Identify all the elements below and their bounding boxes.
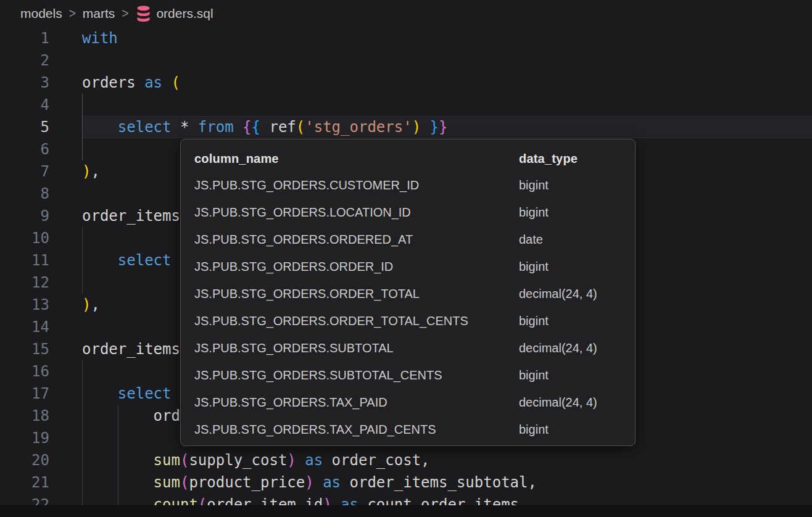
column-row[interactable]: JS.PUB.STG_ORDERS.ORDER_TOTALdecimal(24,… — [194, 280, 621, 307]
column-data-type: bigint — [519, 368, 621, 383]
column-name: JS.PUB.STG_ORDERS.CUSTOMER_ID — [194, 178, 519, 192]
indent-guide — [118, 427, 118, 449]
column-data-type: bigint — [519, 260, 621, 274]
column-data-type: date — [519, 233, 621, 247]
code-text: select — [82, 383, 172, 405]
column-name: JS.PUB.STG_ORDERS.ORDER_ID — [194, 260, 519, 274]
line-number: 15 — [0, 338, 82, 360]
code-text: ), — [82, 294, 100, 316]
code-text: ord — [82, 405, 180, 427]
column-name: JS.PUB.STG_ORDERS.TAX_PAID_CENTS — [194, 423, 519, 437]
column-data-type: bigint — [519, 314, 621, 328]
column-row[interactable]: JS.PUB.STG_ORDERS.TAX_PAIDdecimal(24, 4) — [194, 389, 621, 416]
line-number: 5 — [0, 116, 82, 138]
column-row[interactable]: JS.PUB.STG_ORDERS.TAX_PAID_CENTSbigint — [194, 416, 621, 443]
column-info-popup: column_name data_type JS.PUB.STG_ORDERS.… — [180, 139, 636, 446]
code-text: ), — [82, 160, 100, 183]
column-row[interactable]: JS.PUB.STG_ORDERS.LOCATION_IDbigint — [194, 199, 621, 226]
line-number: 13 — [0, 294, 82, 316]
code-text: select * from {{ ref('stg_orders') }} — [82, 116, 447, 138]
popup-header-row: column_name data_type — [194, 146, 621, 172]
column-row[interactable]: JS.PUB.STG_ORDERS.SUBTOTALdecimal(24, 4) — [194, 334, 621, 362]
breadcrumb-file-name[interactable]: orders.sql — [156, 6, 213, 21]
column-data-type: decimal(24, 4) — [519, 395, 621, 410]
code-line-4[interactable]: 4 — [0, 94, 812, 116]
panel-divider — [0, 505, 812, 517]
line-number: 6 — [0, 138, 82, 160]
indent-guide — [82, 360, 83, 383]
line-number: 9 — [0, 205, 82, 227]
indent-guide — [82, 94, 83, 116]
line-number: 4 — [0, 94, 82, 116]
breadcrumb-item-marts[interactable]: marts — [83, 6, 115, 21]
code-text: sum(product_price) as order_items_subtot… — [82, 471, 537, 494]
column-name: JS.PUB.STG_ORDERS.SUBTOTAL_CENTS — [194, 368, 519, 383]
column-row[interactable]: JS.PUB.STG_ORDERS.ORDERED_ATdate — [194, 226, 621, 253]
column-row[interactable]: JS.PUB.STG_ORDERS.ORDER_TOTAL_CENTSbigin… — [194, 307, 621, 334]
column-name: JS.PUB.STG_ORDERS.ORDER_TOTAL_CENTS — [194, 314, 519, 328]
code-text: orders as ( — [82, 72, 180, 94]
breadcrumb: models > marts > orders.sql — [0, 0, 812, 27]
code-text: select — [82, 249, 172, 271]
column-name: JS.PUB.STG_ORDERS.LOCATION_ID — [194, 205, 519, 220]
code-text: order_items — [82, 205, 180, 227]
line-number: 1 — [0, 27, 82, 49]
chevron-right-icon: > — [69, 6, 76, 21]
column-data-type: bigint — [519, 423, 621, 437]
column-data-type: decimal(24, 4) — [519, 341, 621, 355]
code-line-20[interactable]: 20 sum(supply_cost) as order_cost, — [0, 449, 812, 471]
line-number: 8 — [0, 183, 82, 205]
dbt-ide-editor: models > marts > orders.sql 1with23order… — [0, 0, 812, 517]
column-data-type: decimal(24, 4) — [519, 287, 621, 301]
line-number: 14 — [0, 316, 82, 338]
chevron-right-icon: > — [122, 6, 128, 21]
indent-guide — [82, 271, 83, 294]
line-number: 3 — [0, 72, 82, 94]
column-name: JS.PUB.STG_ORDERS.ORDER_TOTAL — [194, 287, 519, 301]
code-line-2[interactable]: 2 — [0, 49, 812, 72]
line-number: 18 — [0, 405, 82, 427]
indent-guide — [82, 427, 83, 449]
line-number: 21 — [0, 471, 82, 494]
indent-guide — [82, 227, 83, 249]
line-number: 10 — [0, 227, 82, 249]
indent-guide — [82, 138, 83, 160]
column-name: JS.PUB.STG_ORDERS.SUBTOTAL — [194, 341, 519, 355]
code-line-5[interactable]: 5 select * from {{ ref('stg_orders') }} — [0, 116, 812, 138]
column-row[interactable]: JS.PUB.STG_ORDERS.ORDER_IDbigint — [194, 253, 621, 280]
column-data-type: bigint — [519, 178, 621, 192]
column-data-type: bigint — [519, 205, 621, 220]
line-number: 12 — [0, 271, 82, 294]
code-text: order_items — [82, 338, 180, 360]
code-text: with — [82, 27, 118, 49]
line-number: 2 — [0, 49, 82, 72]
column-row[interactable]: JS.PUB.STG_ORDERS.CUSTOMER_IDbigint — [194, 172, 621, 199]
line-number: 16 — [0, 360, 82, 383]
line-number: 7 — [0, 160, 82, 183]
code-line-1[interactable]: 1with — [0, 27, 812, 49]
column-name: JS.PUB.STG_ORDERS.TAX_PAID — [194, 395, 519, 410]
code-text: sum(supply_cost) as order_cost, — [82, 449, 430, 471]
line-number: 19 — [0, 427, 82, 449]
line-number: 20 — [0, 449, 82, 471]
column-name: JS.PUB.STG_ORDERS.ORDERED_AT — [194, 233, 519, 247]
breadcrumb-item-models[interactable]: models — [20, 6, 62, 21]
popup-header-data-type: data_type — [519, 152, 621, 166]
line-number: 17 — [0, 383, 82, 405]
column-row[interactable]: JS.PUB.STG_ORDERS.SUBTOTAL_CENTSbigint — [194, 362, 621, 389]
database-icon — [136, 6, 151, 22]
popup-header-column-name: column_name — [194, 152, 519, 166]
line-number: 11 — [0, 249, 82, 271]
code-line-3[interactable]: 3orders as ( — [0, 72, 812, 94]
code-line-21[interactable]: 21 sum(product_price) as order_items_sub… — [0, 471, 812, 494]
